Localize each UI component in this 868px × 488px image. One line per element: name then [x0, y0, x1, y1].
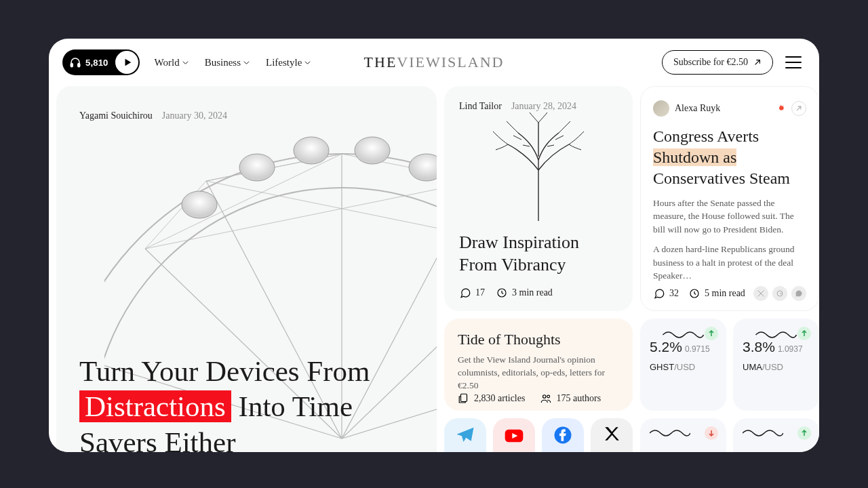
comments-count: 32 — [669, 288, 679, 299]
share-icons — [753, 286, 806, 301]
header: 5,810 World Business Lifestyle — [49, 39, 819, 86]
nav-lifestyle[interactable]: Lifestyle — [266, 57, 311, 68]
ticker-uma[interactable]: 3.8%1.0937 UMA/USD — [733, 319, 819, 411]
play-button[interactable] — [115, 51, 138, 74]
tide-copy: Get the View Island Journal's opinion co… — [458, 354, 619, 392]
articles-count: 2,830 articles — [474, 393, 525, 404]
page: 5,810 World Business Lifestyle — [49, 39, 819, 452]
facebook-icon — [553, 425, 573, 445]
hero-meta: Yagami Souichirou January 30, 2024 — [79, 110, 227, 121]
nav-label: Business — [205, 57, 241, 68]
svg-rect-21 — [461, 394, 467, 401]
ticker-sub: 1.0937 — [778, 344, 803, 354]
documents-icon — [458, 392, 470, 405]
svg-point-13 — [294, 137, 329, 164]
messenger-icon — [795, 289, 803, 298]
congress-card[interactable]: Alexa Ruyk Congress Averts Shutdown as C… — [640, 86, 819, 311]
author-avatar — [653, 100, 669, 117]
readtime-chip: 3 min read — [496, 287, 553, 299]
tide-card[interactable]: Tide of Thoughts Get the View Island Jou… — [444, 319, 633, 411]
comments-chip[interactable]: 32 — [653, 287, 679, 300]
arrow-up-icon — [801, 430, 808, 436]
hero-title-part: Into Time — [239, 390, 353, 422]
comments-chip[interactable]: 17 — [459, 287, 485, 299]
facebook-button[interactable] — [542, 418, 584, 452]
nav-world[interactable]: World — [155, 57, 189, 68]
share-messenger[interactable] — [791, 286, 806, 301]
ticker-pair: /USD — [762, 362, 783, 372]
nav-label: Lifestyle — [266, 57, 302, 68]
svg-point-23 — [547, 395, 550, 398]
chevron-down-icon — [182, 60, 189, 66]
inspire-title: Draw Inspiration From Vibrancy — [459, 225, 618, 276]
share-x[interactable] — [753, 286, 768, 301]
headphones-icon — [69, 56, 81, 68]
tickers-row: 5.2%0.9715 GHST/USD 3.8%1.0937 UMA/USD — [640, 319, 819, 411]
comments-count: 17 — [475, 287, 485, 298]
hero-author: Yagami Souichirou — [79, 110, 153, 121]
sparkline — [650, 426, 690, 437]
congress-title-mark: Shutdown as — [653, 148, 736, 166]
authors-chip: 175 authors — [540, 392, 601, 405]
ticker[interactable] — [640, 418, 726, 452]
open-link-button[interactable] — [791, 101, 806, 116]
trend-up-badge — [797, 327, 811, 340]
inspire-title-part: From Vibrancy — [459, 255, 566, 274]
youtube-button[interactable] — [493, 418, 535, 452]
nav-label: World — [155, 57, 180, 68]
brand-part: VIEW — [397, 54, 441, 71]
ticker-pair: /USD — [674, 362, 695, 372]
brand[interactable]: THE VIEW ISLAND — [364, 54, 505, 71]
share-google[interactable] — [772, 286, 787, 301]
inspire-author: Lind Tailor — [459, 101, 502, 112]
ticker[interactable] — [733, 418, 819, 452]
youtube-icon — [503, 425, 525, 447]
nav-business[interactable]: Business — [205, 57, 250, 68]
listen-pill[interactable]: 5,810 — [62, 49, 140, 75]
play-icon — [123, 58, 132, 67]
congress-author: Alexa Ruyk — [675, 103, 720, 114]
hero-title: Turn Your Devices From Distractions Into… — [79, 354, 414, 452]
inspire-card[interactable]: Lind Tailor January 28, 2024 Draw Inspir… — [444, 86, 633, 311]
inspire-title-part: Draw Inspiration — [459, 232, 579, 252]
hero-date: January 30, 2024 — [162, 110, 227, 121]
subscribe-button[interactable]: Subscribe for €2.50 — [662, 50, 773, 75]
x-icon — [757, 289, 765, 298]
brand-part: THE — [364, 54, 397, 71]
ticker-sym: GHST — [650, 362, 674, 372]
hero-title-highlight: Distractions — [79, 390, 231, 422]
ticker-sub: 0.9715 — [685, 344, 710, 354]
x-icon — [603, 425, 620, 443]
ticker-pct: 3.8% — [743, 339, 775, 354]
hero-card[interactable]: Yagami Souichirou January 30, 2024 Turn … — [56, 86, 437, 452]
tide-title: Tide of Thoughts — [458, 331, 619, 348]
congress-top: Alexa Ruyk — [653, 100, 806, 117]
congress-bottom: 32 5 min read — [653, 286, 806, 301]
listener-count: 5,810 — [85, 58, 108, 68]
arrow-down-icon — [708, 430, 715, 436]
arrow-up-right-icon — [753, 58, 762, 66]
tide-stats: 2,830 articles 175 authors — [458, 392, 619, 405]
chevron-down-icon — [243, 60, 250, 66]
clock-icon — [688, 287, 701, 300]
hero-title-part: Turn Your Devices From — [79, 355, 370, 387]
telegram-button[interactable] — [444, 418, 486, 452]
svg-point-12 — [239, 154, 275, 181]
fire-icon — [775, 103, 786, 114]
inspire-stats: 17 3 min read — [459, 287, 618, 299]
congress-title-part: Conservatives Steam — [653, 169, 790, 187]
congress-title-part: Congress Averts — [653, 127, 759, 145]
ticker-ghst[interactable]: 5.2%0.9715 GHST/USD — [640, 319, 726, 411]
ticker-sym: UMA — [743, 362, 762, 372]
nav: World Business Lifestyle — [155, 57, 311, 68]
x-button[interactable] — [591, 418, 633, 452]
congress-title: Congress Averts Shutdown as Conservative… — [653, 126, 806, 190]
readtime-chip: 5 min read — [688, 287, 745, 300]
congress-para-1: Hours after the Senate passed the measur… — [653, 197, 806, 237]
inspire-meta: Lind Tailor January 28, 2024 — [459, 101, 618, 112]
svg-point-15 — [409, 154, 437, 181]
brand-part: ISLAND — [441, 54, 505, 71]
menu-button[interactable] — [785, 56, 802, 68]
comment-icon — [459, 287, 471, 299]
subscribe-label: Subscribe for €2.50 — [673, 57, 748, 68]
